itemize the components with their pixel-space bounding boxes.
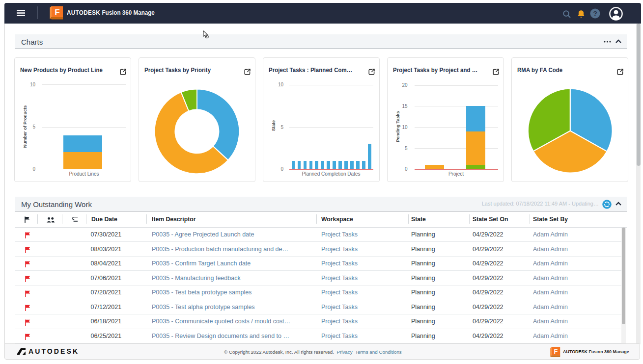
svg-text:F: F [554, 348, 558, 355]
svg-text:F: F [55, 8, 59, 17]
svg-text:?: ? [593, 10, 597, 17]
